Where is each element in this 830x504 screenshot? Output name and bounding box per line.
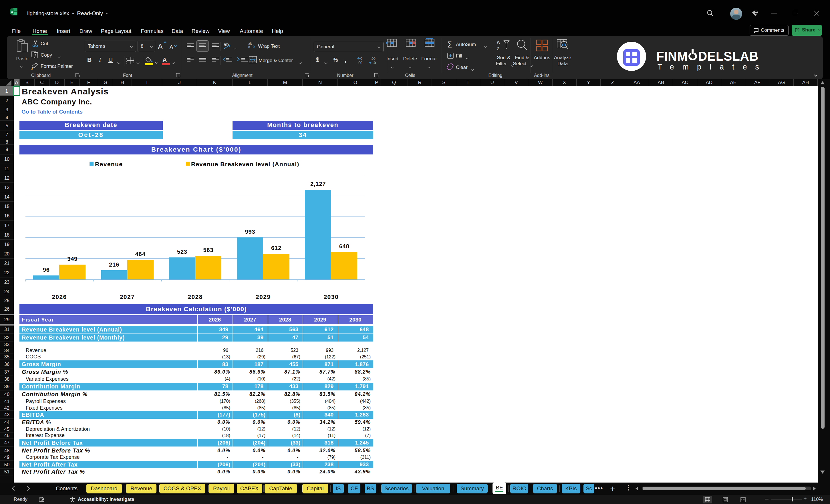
svg-text:.0: .0 bbox=[373, 61, 376, 65]
svg-text:A: A bbox=[497, 40, 500, 45]
svg-text:.00: .00 bbox=[357, 61, 362, 65]
svg-text:.00: .00 bbox=[371, 57, 376, 61]
svg-text:Z: Z bbox=[497, 46, 499, 52]
svg-text:c: c bbox=[248, 45, 250, 49]
svg-text:0: 0 bbox=[360, 57, 362, 61]
